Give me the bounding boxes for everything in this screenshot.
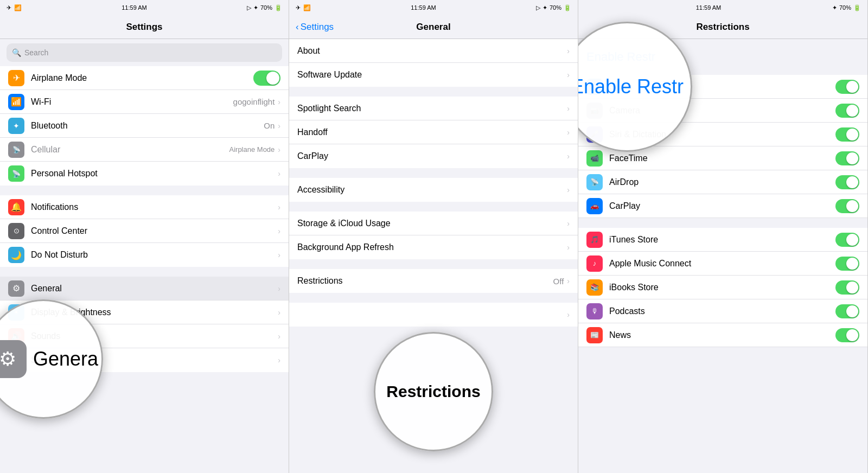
notifications-label: Notifications [31, 202, 278, 212]
accessibility-label: Accessibility [297, 185, 567, 195]
facetime-icon: 📹 [586, 150, 603, 167]
storage-label: Storage & iCloud Usage [297, 219, 567, 228]
battery-percent-1: 70% [260, 4, 272, 11]
display-chevron: › [278, 308, 280, 317]
row-accessibility[interactable]: Accessibility › [289, 178, 578, 202]
wifi-label: Wi-Fi [31, 97, 233, 107]
spacer-1 [0, 186, 289, 195]
section-general-access: Accessibility › [289, 178, 578, 202]
row-background-refresh[interactable]: Background App Refresh › [289, 235, 578, 259]
nav-back-general[interactable]: ‹ Settings [296, 22, 334, 33]
row-about[interactable]: About › [289, 39, 578, 63]
battery-icon-2: 🔋 [564, 4, 571, 11]
facetime-label: FaceTime [609, 154, 835, 163]
magnifier-1-inner: ⚙ Genera [0, 340, 98, 378]
carplay-restrict-icon: 🚗 [586, 198, 603, 214]
time-2: 11:59 AM [411, 4, 436, 11]
itunes-toggle[interactable] [835, 233, 859, 247]
hotspot-chevron: › [278, 169, 280, 178]
wifi-value: gogoinflight [233, 97, 275, 106]
magnifier-1-icon: ⚙ [0, 340, 27, 378]
nav-title-general: General [416, 22, 450, 33]
status-bar-3: 11:59 AM ✦ 70% 🔋 [578, 0, 867, 15]
row-podcasts[interactable]: 🎙 Podcasts [578, 299, 867, 323]
row-news[interactable]: 📰 News [578, 323, 867, 347]
magnifier-2: Restrictions [374, 332, 493, 451]
airdrop-toggle[interactable] [835, 175, 859, 189]
status-left-2: ✈ 📶 [296, 4, 311, 11]
spacer-g1 [289, 87, 578, 97]
about-chevron: › [567, 47, 570, 55]
safari-toggle[interactable] [835, 80, 859, 94]
facetime-toggle[interactable] [835, 151, 859, 165]
carplay-restrict-label: CarPlay [609, 201, 835, 211]
row-apple-music[interactable]: ♪ Apple Music Connect [578, 252, 867, 276]
spotlight-chevron: › [567, 104, 570, 113]
podcasts-toggle[interactable] [835, 304, 859, 318]
dnd-label: Do Not Disturb [31, 250, 278, 260]
news-toggle[interactable] [835, 328, 859, 342]
nav-bar-1: Settings [0, 15, 289, 39]
airdrop-label: AirDrop [609, 177, 835, 187]
wifi-row-icon: 📶 [8, 94, 24, 110]
itunes-icon: 🎵 [586, 232, 603, 248]
back-label-general: Settings [301, 22, 334, 33]
spacer-r1 [578, 218, 867, 228]
airplane-icon-2: ✈ [296, 4, 301, 11]
search-bar-1[interactable]: 🔍 Search [7, 43, 282, 62]
control-center-row-icon: ⊙ [8, 223, 24, 239]
row-handoff[interactable]: Handoff › [289, 120, 578, 144]
wifi-icon: 📶 [14, 4, 22, 11]
section-network: ✈ Airplane Mode 📶 Wi-Fi gogoinflight › ✦… [0, 66, 289, 186]
row-notifications[interactable]: 🔔 Notifications › [0, 195, 289, 219]
camera-toggle[interactable] [835, 104, 859, 118]
general-label: General [31, 284, 278, 293]
row-control-center[interactable]: ⊙ Control Center › [0, 219, 289, 243]
airdrop-icon: 📡 [586, 174, 603, 190]
siri-dictation-toggle[interactable] [835, 127, 859, 142]
row-carplay-restrict[interactable]: 🚗 CarPlay [578, 194, 867, 218]
carplay-restrict-toggle[interactable] [835, 199, 859, 213]
general-chevron: › [278, 284, 280, 293]
airplane-mode-toggle[interactable] [253, 71, 280, 86]
wifi-chevron: › [278, 98, 280, 106]
row-bluetooth[interactable]: ✦ Bluetooth On › [0, 114, 289, 138]
row-airplane-mode[interactable]: ✈ Airplane Mode [0, 66, 289, 90]
apple-music-toggle[interactable] [835, 257, 859, 271]
battery-pct-3: 70% [839, 4, 851, 11]
airplane-mode-icon: ✈ [8, 70, 24, 86]
control-center-label: Control Center [31, 226, 278, 236]
row-cellular[interactable]: 📡 Cellular Airplane Mode › [0, 138, 289, 162]
cellular-value: Airplane Mode [229, 145, 275, 154]
nav-title-restrictions: Restrictions [696, 22, 749, 33]
row-airdrop[interactable]: 📡 AirDrop [578, 170, 867, 194]
row-extra[interactable]: › [289, 303, 578, 327]
battery-icon-3: 🔋 [853, 4, 861, 11]
row-personal-hotspot[interactable]: 📡 Personal Hotspot › [0, 162, 289, 186]
airplane-icon: ✈ [7, 4, 11, 11]
bt-icon-2: ✦ [542, 4, 547, 11]
ibooks-toggle[interactable] [835, 280, 859, 295]
status-right-3: ✦ 70% 🔋 [832, 4, 861, 11]
row-wifi[interactable]: 📶 Wi-Fi gogoinflight › [0, 90, 289, 114]
row-ibooks-store[interactable]: 📚 iBooks Store [578, 276, 867, 299]
software-update-label: Software Update [297, 70, 567, 80]
row-itunes-store[interactable]: 🎵 iTunes Store [578, 228, 867, 252]
wifi-icon-2: 📶 [303, 4, 311, 11]
search-icon-1: 🔍 [12, 48, 21, 57]
row-carplay[interactable]: CarPlay › [289, 144, 578, 168]
row-do-not-disturb[interactable]: 🌙 Do Not Disturb › [0, 243, 289, 267]
row-software-update[interactable]: Software Update › [289, 63, 578, 87]
row-spotlight[interactable]: Spotlight Search › [289, 97, 578, 120]
row-general[interactable]: ⚙ General › [0, 277, 289, 301]
status-bar-1: ✈ 📶 11:59 AM ▷ ✦ 70% 🔋 [0, 0, 289, 15]
software-update-chevron: › [567, 71, 570, 79]
cellular-label: Cellular [31, 145, 229, 155]
storage-chevron: › [567, 219, 570, 228]
time-3: 11:59 AM [696, 4, 721, 11]
row-storage[interactable]: Storage & iCloud Usage › [289, 212, 578, 235]
time-1: 11:59 AM [122, 4, 146, 11]
spacer-2 [0, 267, 289, 277]
row-restrictions[interactable]: Restrictions Off › [289, 269, 578, 293]
accessibility-chevron: › [567, 186, 570, 194]
